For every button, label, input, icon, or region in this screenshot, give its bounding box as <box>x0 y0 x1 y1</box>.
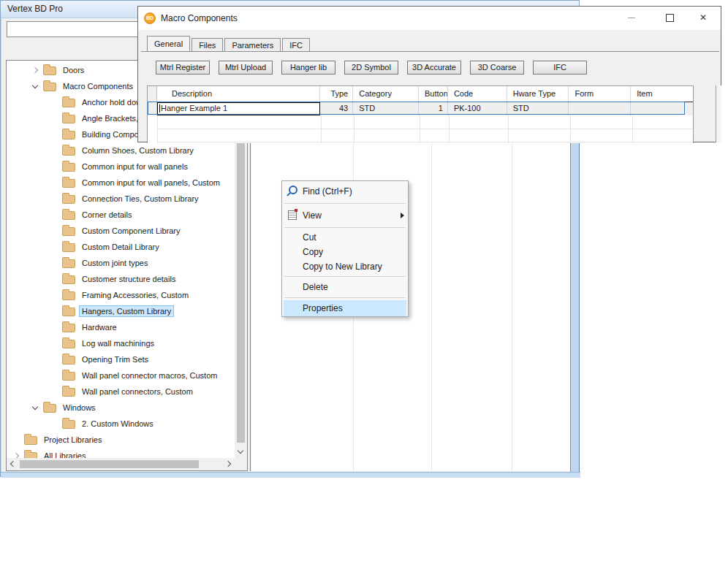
toolbar-button[interactable]: IFC <box>533 61 587 75</box>
expander-chevron-icon[interactable] <box>49 112 61 124</box>
expander-chevron-icon[interactable] <box>30 402 42 413</box>
scroll-down-arrow-icon[interactable] <box>235 446 247 458</box>
tree-item[interactable]: Framing Accessories, Custom <box>7 287 235 303</box>
grid-column-header[interactable]: Description <box>157 86 320 102</box>
button-cell[interactable]: 1 <box>419 102 448 115</box>
toolbar-button[interactable]: Mtrl Upload <box>219 61 273 75</box>
tab[interactable]: Files <box>192 38 223 51</box>
context-menu-item[interactable] <box>284 297 406 298</box>
context-menu-item[interactable]: Cut <box>284 230 406 245</box>
description-cell[interactable]: Hanger Example 1 <box>157 102 320 115</box>
grid-column-header[interactable]: Type <box>320 86 353 102</box>
grid-data-row[interactable]: Hanger Example 1 43 STD 1 PK-100 STD <box>148 102 693 115</box>
hware-type-cell[interactable]: STD <box>507 102 569 115</box>
tree-item[interactable]: Custom Detail Library <box>7 239 235 255</box>
tree-item[interactable]: Project Libraries <box>7 432 235 448</box>
toolbar-button[interactable]: 3D Coarse <box>470 61 524 75</box>
tree-item[interactable]: Windows <box>7 400 235 416</box>
tree-item[interactable]: Custom Component Library <box>7 223 235 239</box>
category-cell[interactable]: STD <box>353 102 419 115</box>
grid-column-header[interactable]: Button <box>419 86 448 102</box>
tree-item[interactable]: Hardware <box>7 319 235 335</box>
tree-item[interactable]: Common input for wall panels <box>7 159 235 175</box>
folder-icon <box>43 404 56 413</box>
toolbar-button[interactable]: 2D Symbol <box>344 61 398 75</box>
context-menu-item[interactable]: Copy to New Library <box>284 259 406 274</box>
grid-column-header[interactable]: Code <box>448 86 507 102</box>
item-cell[interactable] <box>631 102 693 115</box>
expander-chevron-icon[interactable] <box>49 337 61 349</box>
dialog-scrollbar[interactable] <box>716 85 721 142</box>
expander-chevron-icon[interactable] <box>49 305 61 317</box>
expander-chevron-icon[interactable] <box>49 193 61 205</box>
expander-chevron-icon[interactable] <box>49 321 61 333</box>
expander-chevron-icon[interactable] <box>49 289 61 301</box>
tree-item[interactable]: Connection Ties, Custom Library <box>7 191 235 207</box>
tree-item[interactable]: Wall panel connectors, Custom <box>7 384 235 400</box>
expander-chevron-icon[interactable] <box>49 354 61 365</box>
tree-item[interactable]: Hangers, Custom Library <box>7 303 235 319</box>
expander-chevron-icon[interactable] <box>49 96 61 108</box>
expander-chevron-icon[interactable] <box>49 209 61 221</box>
minimize-button[interactable] <box>621 9 642 26</box>
context-menu-item[interactable]: Find (Ctrl+F) <box>284 182 406 201</box>
toolbar-button[interactable]: Mtrl Register <box>156 61 210 75</box>
tree-item[interactable]: Corner details <box>7 207 235 223</box>
close-button[interactable]: ✕ <box>692 9 714 26</box>
expander-chevron-icon[interactable] <box>30 64 42 76</box>
context-menu-item[interactable]: View <box>284 206 406 225</box>
expander-chevron-icon[interactable] <box>49 386 61 397</box>
context-menu-item[interactable]: Copy <box>284 245 406 259</box>
tree-hscroll-thumb[interactable] <box>20 460 199 468</box>
expander-chevron-icon[interactable] <box>49 241 61 253</box>
tree-item[interactable]: Common input for wall panels, Custom <box>7 175 235 191</box>
folder-icon <box>62 243 75 252</box>
grid-column-header[interactable]: Category <box>353 86 419 102</box>
expander-chevron-icon[interactable] <box>49 177 61 188</box>
expander-chevron-icon[interactable] <box>30 80 42 92</box>
tree-item[interactable]: 2. Custom Windows <box>7 416 235 432</box>
context-menu-item[interactable] <box>284 227 406 228</box>
context-menu-item[interactable] <box>284 203 406 204</box>
tree-item[interactable]: All Libraries <box>7 448 235 458</box>
tab[interactable]: Parameters <box>224 38 281 51</box>
tree-item[interactable]: Wall panel connector macros, Custom <box>7 367 235 384</box>
expander-chevron-icon[interactable] <box>49 161 61 172</box>
folder-icon <box>62 179 75 188</box>
expander-chevron-icon[interactable] <box>49 145 61 156</box>
tree-item[interactable]: Opening Trim Sets <box>7 351 235 367</box>
expander-chevron-icon[interactable] <box>11 434 23 446</box>
context-menu-item[interactable] <box>284 276 406 277</box>
tree-item[interactable]: Custom joint types <box>7 255 235 271</box>
grid-column-header[interactable]: Form <box>569 86 631 102</box>
tab[interactable]: General <box>147 36 190 51</box>
toolbar-button[interactable]: 3D Accurate <box>407 61 461 75</box>
tree-item[interactable]: Column Shoes, Custom Library <box>7 142 235 159</box>
maximize-button[interactable] <box>659 9 680 26</box>
screen: Vertex BD Pro ⚙ Doors Macro C <box>0 0 728 580</box>
context-menu-item[interactable]: Properties <box>284 300 406 316</box>
expander-chevron-icon[interactable] <box>49 257 61 269</box>
grid-column-header[interactable]: Hware Type <box>507 86 569 102</box>
tree-item[interactable]: Log wall machinings <box>7 335 235 351</box>
expander-chevron-icon[interactable] <box>49 273 61 285</box>
toolbar-button[interactable]: Hanger lib <box>281 61 335 75</box>
form-cell[interactable] <box>569 102 631 115</box>
context-menu-item[interactable]: Delete <box>284 279 406 295</box>
scroll-left-arrow-icon[interactable] <box>7 458 19 470</box>
row-header-cell[interactable] <box>148 102 157 115</box>
tab[interactable]: IFC <box>282 38 310 51</box>
expander-chevron-icon[interactable] <box>49 418 61 430</box>
type-cell[interactable]: 43 <box>320 102 353 115</box>
dialog-titlebar[interactable]: BD Macro Components ✕ <box>138 7 721 30</box>
tree-item[interactable]: Customer structure details <box>7 271 235 287</box>
expander-chevron-icon[interactable] <box>11 450 23 458</box>
grid-column-header[interactable]: Item <box>631 86 693 102</box>
window-frame-bottom[interactable] <box>1 472 580 478</box>
expander-chevron-icon[interactable] <box>49 129 61 140</box>
code-cell[interactable]: PK-100 <box>448 102 507 115</box>
folder-icon <box>24 452 37 458</box>
expander-chevron-icon[interactable] <box>49 370 61 381</box>
expander-chevron-icon[interactable] <box>49 225 61 237</box>
tree-horizontal-scrollbar[interactable] <box>7 458 247 470</box>
